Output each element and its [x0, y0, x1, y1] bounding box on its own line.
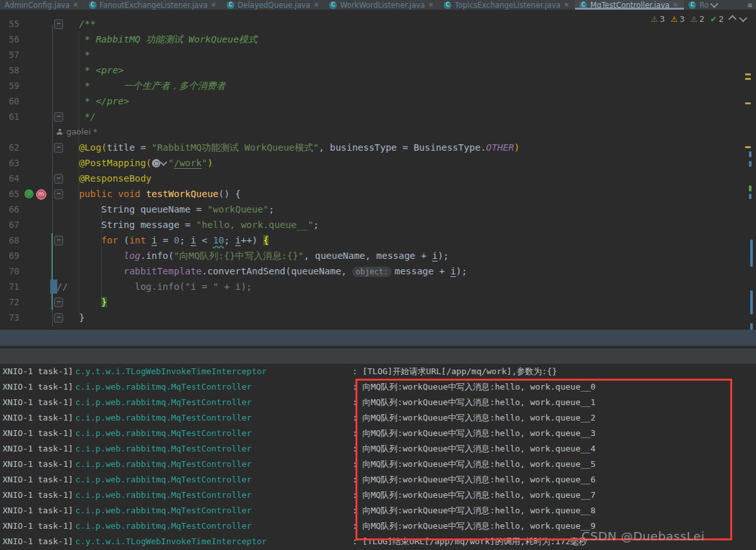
error-stripe-mark — [745, 78, 751, 80]
log-logger-name: c.i.p.web.rabbitmq.MqTestController — [75, 379, 352, 395]
run-console[interactable]: XNIO-1 task-1]c.y.t.w.i.TLogWebInvokeTim… — [0, 364, 756, 550]
close-tab-icon[interactable]: ✕ — [428, 2, 433, 8]
tab-list-icon[interactable]: ≡ — [744, 0, 756, 10]
rabbitmq-consumer-gutter-icon[interactable]: m — [36, 189, 46, 200]
close-tab-icon[interactable]: ✕ — [563, 2, 569, 8]
inspections-warning-item[interactable]: ⚠2 — [690, 14, 704, 24]
code-token: = — [157, 235, 174, 245]
code-line: } — [57, 294, 107, 310]
code-token: "RabbitMQ功能测试 WorkQueue模式" — [151, 142, 319, 153]
code-token: i — [450, 266, 456, 276]
log-logger-name: c.y.t.w.i.TLogWebInvokeTimeInterceptor — [75, 364, 352, 379]
line-number: 66 — [0, 202, 19, 217]
chevron-down-icon[interactable] — [160, 158, 167, 166]
code-token: " — [168, 158, 174, 168]
log-message: : [TLOG]开始请求URL[/app/mq/work],参数为:{} — [352, 366, 557, 376]
parameter-name-inlay-hint: object: — [352, 267, 392, 277]
console-log-line: XNIO-1 task-1]c.i.p.web.rabbitmq.MqTestC… — [0, 441, 756, 457]
code-token: ; — [180, 235, 191, 245]
code-line: @ResponseBody — [57, 171, 151, 186]
inspection-count: 3 — [679, 14, 685, 24]
code-editor[interactable]: ⚠3⚠3⚠2✔2 55− /**56 * RabbitMQ 功能测试 WorkQ… — [0, 10, 756, 330]
log-thread: XNIO-1 task-1] — [3, 426, 75, 441]
editor-tab[interactable]: CMqTestController.java✕ — [575, 0, 685, 10]
code-token: * RabbitMQ 功能测试 WorkQueue模式 — [57, 34, 258, 44]
code-token: ++) — [241, 235, 263, 245]
code-line: * RabbitMQ 功能测试 WorkQueue模式 — [57, 32, 258, 47]
navigate-previous-icon[interactable] — [728, 15, 737, 23]
code-token: */ — [57, 111, 96, 122]
code-token — [57, 158, 79, 168]
close-tab-icon[interactable]: ✕ — [211, 2, 216, 8]
close-tab-icon[interactable]: ✕ — [73, 2, 78, 8]
editor-tab[interactable]: CWorkWordListener.java✕ — [325, 0, 439, 10]
chevron-down-icon[interactable] — [710, 0, 719, 8]
code-token: @Log( — [79, 142, 107, 153]
tab-label: AdminConfig.java — [5, 1, 70, 10]
class-file-icon: C — [580, 1, 587, 9]
inspection-count: 3 — [660, 14, 665, 24]
log-thread: XNIO-1 task-1] — [3, 379, 75, 395]
log-logger-name: c.i.p.web.rabbitmq.MqTestController — [75, 441, 352, 457]
code-line: * — [57, 47, 90, 62]
code-token: * <pre> — [57, 65, 124, 75]
code-token: for — [101, 235, 118, 245]
class-file-icon: C — [227, 1, 234, 9]
inspections-widget[interactable]: ⚠3⚠3⚠2✔2 — [651, 14, 747, 24]
inspections-warning-item[interactable]: ⚠3 — [671, 14, 685, 24]
code-token — [57, 189, 79, 199]
log-message: : 向MQ队列:workQueue中写入消息:hello, work.queue… — [352, 490, 596, 500]
code-token: " — [202, 158, 207, 168]
log-logger-name: c.i.p.web.rabbitmq.MqTestController — [75, 503, 352, 518]
console-toolbar-band — [0, 348, 756, 364]
code-token: } — [101, 297, 107, 307]
editor-tab[interactable]: CRo — [684, 0, 724, 10]
close-tab-icon[interactable]: ✕ — [314, 2, 319, 8]
tab-label: FanoutExchangeListener.java — [100, 1, 208, 10]
line-number: 59 — [0, 78, 19, 93]
author-person-icon — [57, 129, 62, 135]
editor-tab[interactable]: CTopicsExchangeListener.java✕ — [439, 0, 574, 10]
editor-tab[interactable]: CFanoutExchangeListener.java✕ — [84, 0, 222, 10]
console-log-line: XNIO-1 task-1]c.i.p.web.rabbitmq.MqTestC… — [0, 410, 756, 426]
editor-tab[interactable]: AdminConfig.java✕ — [0, 0, 84, 10]
code-token: , businessType = BusinessType. — [319, 142, 486, 153]
log-thread: XNIO-1 task-1] — [3, 410, 75, 426]
tab-label: WorkWordListener.java — [340, 1, 425, 10]
request-mapping-icon[interactable] — [152, 159, 160, 167]
code-token: ; — [314, 220, 319, 230]
checkmark-icon: ✔ — [710, 15, 717, 24]
close-tab-icon[interactable]: ✕ — [673, 2, 678, 8]
splitter-band[interactable] — [0, 330, 756, 346]
navigate-next-icon[interactable] — [739, 14, 748, 23]
log-message: : 向MQ队列:workQueue中写入消息:hello, work.queue… — [352, 506, 596, 515]
code-token: } — [57, 312, 84, 323]
class-file-icon: C — [688, 1, 696, 9]
code-token: String message = — [57, 220, 196, 230]
line-number: 62 — [0, 140, 19, 155]
log-thread: XNIO-1 task-1] — [3, 364, 75, 379]
code-line: public void testWorkQueue() { — [57, 186, 241, 202]
log-logger-name: c.i.p.web.rabbitmq.MqTestController — [75, 488, 352, 503]
watermark: CSDN @DuebassLei — [581, 529, 704, 543]
log-thread: XNIO-1 task-1] — [3, 518, 75, 534]
line-number: 65 — [0, 186, 19, 202]
code-token — [57, 235, 101, 245]
line-number: 67 — [0, 217, 19, 232]
warning-triangle-icon: ⚠ — [651, 15, 658, 24]
inspections-warning-item[interactable]: ⚠3 — [651, 14, 665, 24]
code-token: ) — [514, 142, 520, 153]
inspections-ok-item[interactable]: ✔2 — [710, 14, 724, 24]
code-line: log.info("向MQ队列:{}中写入消息:{}", queueName, … — [57, 248, 449, 263]
line-number: 57 — [0, 47, 19, 62]
console-log-line: XNIO-1 task-1]c.i.p.web.rabbitmq.MqTestC… — [0, 426, 756, 441]
log-message: : 向MQ队列:workQueue中写入消息:hello, work.queue… — [352, 475, 596, 484]
editor-tab[interactable]: CDelayedQueue.java✕ — [222, 0, 325, 10]
warning-triangle-icon: ⚠ — [671, 15, 678, 24]
code-token: , queueName, message + — [304, 251, 432, 261]
error-stripe-mark — [749, 151, 751, 157]
code-line: for (int i = 0; i < 10; i++) { — [57, 232, 269, 248]
inspection-count: 2 — [699, 14, 704, 24]
code-token: public void — [79, 189, 146, 199]
spring-bean-gutter-icon[interactable] — [24, 189, 33, 198]
